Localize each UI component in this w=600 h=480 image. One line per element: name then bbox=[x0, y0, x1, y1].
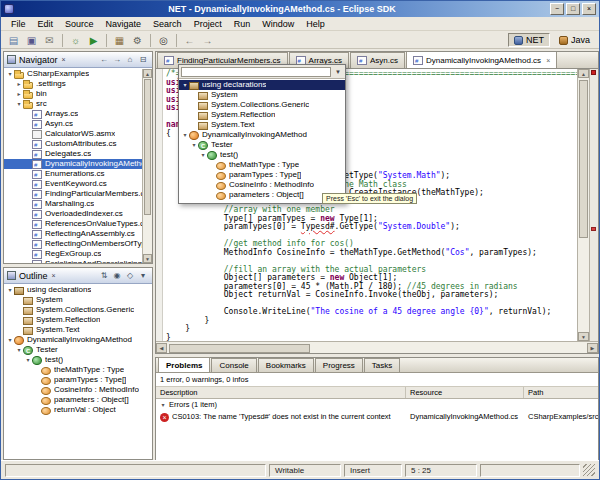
back-icon[interactable]: ← bbox=[181, 32, 198, 48]
sort-icon[interactable]: ⇅ bbox=[98, 271, 110, 280]
print-icon[interactable]: ✉ bbox=[41, 32, 58, 48]
tree-item[interactable]: parameters : Object[] bbox=[4, 395, 152, 405]
tree-item[interactable]: ▾Tester bbox=[179, 140, 345, 150]
search-icon[interactable]: ◎ bbox=[155, 32, 172, 48]
collapse-icon[interactable]: ▾ bbox=[199, 150, 207, 160]
tab-problems[interactable]: Problems bbox=[158, 357, 210, 372]
collapse-icon[interactable]: ▾ bbox=[6, 335, 14, 345]
collapse-icon[interactable]: ▾ bbox=[159, 399, 167, 411]
tree-item[interactable]: theMathType : Type bbox=[179, 160, 345, 170]
tree-item[interactable]: System bbox=[179, 90, 345, 100]
tree-item[interactable]: ▾Tester bbox=[4, 345, 152, 355]
forward-icon[interactable]: → bbox=[199, 32, 216, 48]
scroll-up-icon[interactable]: ▲ bbox=[578, 69, 589, 78]
menu-navigate[interactable]: Navigate bbox=[100, 19, 148, 29]
tree-item[interactable]: DynamicallyInvokingAMethod.cs bbox=[4, 159, 142, 169]
tree-item[interactable]: ▾test() bbox=[4, 355, 152, 365]
error-indicator-icon[interactable] bbox=[591, 70, 596, 75]
tree-item[interactable]: OverloadedIndexer.cs bbox=[4, 209, 142, 219]
perspective-java[interactable]: Java bbox=[553, 33, 596, 47]
quick-outline-filter-input[interactable] bbox=[181, 67, 331, 77]
forward-icon[interactable]: → bbox=[111, 55, 123, 64]
tree-item[interactable]: paramTypes : Type[] bbox=[179, 170, 345, 180]
scroll-thumb[interactable] bbox=[169, 344, 310, 353]
back-icon[interactable]: ← bbox=[98, 55, 110, 64]
scroll-thumb[interactable] bbox=[579, 80, 588, 238]
up-icon[interactable]: ⌂ bbox=[124, 55, 136, 64]
hide-fields-icon[interactable]: ◉ bbox=[111, 271, 123, 280]
collapse-icon[interactable]: ▾ bbox=[6, 285, 14, 295]
tab-bookmarks[interactable]: Bookmarks bbox=[258, 358, 314, 372]
view-menu-icon[interactable]: ▾ bbox=[137, 271, 149, 280]
tree-item[interactable]: ▾DynamicallyInvokingAMethod bbox=[179, 130, 345, 140]
tree-item[interactable]: ReferencesOnValueTypes.cs bbox=[4, 219, 142, 229]
tree-item[interactable]: parameters : Object[] bbox=[179, 190, 345, 200]
editor-hscrollbar[interactable]: ◀ ▶ bbox=[156, 341, 598, 353]
scroll-up-icon[interactable]: ▲ bbox=[143, 69, 152, 78]
maximize-button[interactable]: □ bbox=[566, 3, 580, 15]
close-view-icon[interactable]: × bbox=[62, 56, 66, 63]
expand-icon[interactable]: ▸ bbox=[15, 79, 23, 89]
scroll-left-icon[interactable]: ◀ bbox=[156, 343, 167, 353]
navigator-title-tab[interactable]: Navigator × bbox=[7, 55, 98, 65]
problem-row[interactable]: ×CS0103: The name 'Typesd#' does not exi… bbox=[156, 411, 598, 423]
save-icon[interactable]: ▣ bbox=[23, 32, 40, 48]
tree-item[interactable]: CosineInfo : MethodInfo bbox=[4, 385, 152, 395]
tree-item[interactable]: CustomAttributes.cs bbox=[4, 139, 142, 149]
column-header-description[interactable]: Description bbox=[156, 387, 406, 398]
tree-item[interactable]: FindingParticularMembers.cs bbox=[4, 189, 142, 199]
scroll-thumb[interactable] bbox=[144, 79, 151, 215]
tree-item[interactable]: CosineInfo : MethodInfo bbox=[179, 180, 345, 190]
editor-tab[interactable]: Asyn.cs bbox=[350, 52, 405, 68]
scroll-down-icon[interactable]: ▼ bbox=[143, 254, 152, 263]
tree-item[interactable]: ▸.settings bbox=[4, 79, 142, 89]
tree-item[interactable]: Delegates.cs bbox=[4, 149, 142, 159]
tree-item[interactable]: ▾src bbox=[4, 99, 142, 109]
menu-window[interactable]: Window bbox=[256, 19, 300, 29]
menu-project[interactable]: Project bbox=[188, 19, 228, 29]
tree-item[interactable]: ReflectingOnMembersOfType.cs bbox=[4, 239, 142, 249]
tree-item[interactable]: ▾DynamicallyInvokingAMethod bbox=[4, 335, 152, 345]
collapse-icon[interactable]: ▾ bbox=[181, 130, 189, 140]
problems-group-row[interactable]: ▾Errors (1 item) bbox=[156, 399, 598, 411]
minimize-button[interactable]: − bbox=[550, 3, 564, 15]
collapse-icon[interactable]: ▾ bbox=[6, 69, 14, 79]
collapse-icon[interactable]: ▾ bbox=[24, 355, 32, 365]
tree-item[interactable]: RegExGroup.cs bbox=[4, 249, 142, 259]
editor-vscrollbar[interactable]: ▲ ▼ bbox=[577, 69, 590, 341]
tree-item[interactable]: ▾using declarations bbox=[4, 285, 152, 295]
tree-item[interactable]: ▾test() bbox=[179, 150, 345, 160]
tree-item[interactable]: theMathType : Type bbox=[4, 365, 152, 375]
tree-item[interactable]: System.Text bbox=[4, 325, 152, 335]
column-header-resource[interactable]: Resource bbox=[406, 387, 524, 398]
collapse-icon[interactable]: ▾ bbox=[181, 80, 189, 90]
collapse-icon[interactable]: ▾ bbox=[15, 345, 23, 355]
tree-item[interactable]: System.Collections.Generic bbox=[179, 100, 345, 110]
tree-item[interactable]: System.Text bbox=[179, 120, 345, 130]
tree-item[interactable]: CalculatorWS.asmx bbox=[4, 129, 142, 139]
navigator-scrollbar[interactable]: ▲ ▼ bbox=[142, 69, 152, 263]
tab-tasks[interactable]: Tasks bbox=[364, 358, 400, 372]
menu-help[interactable]: Help bbox=[300, 19, 331, 29]
new-project-icon[interactable]: ▦ bbox=[111, 32, 128, 48]
tree-item[interactable]: ▸bin bbox=[4, 89, 142, 99]
tree-item[interactable]: ▾using declarations bbox=[179, 80, 345, 90]
editor-tab[interactable]: DynamicallyInvokingAMethod.cs× bbox=[406, 52, 557, 68]
tree-item[interactable]: System bbox=[4, 295, 152, 305]
resize-grip[interactable] bbox=[583, 464, 595, 476]
expand-icon[interactable]: ▸ bbox=[15, 89, 23, 99]
tab-console[interactable]: Console bbox=[211, 358, 256, 372]
tree-item[interactable]: System.Reflection bbox=[179, 110, 345, 120]
tree-item[interactable]: SerializingAndDeserializingAnObject.cs bbox=[4, 259, 142, 263]
tree-item[interactable]: Arrays.cs bbox=[4, 109, 142, 119]
collapse-icon[interactable]: ▾ bbox=[190, 140, 198, 150]
tree-item[interactable]: EventKeyword.cs bbox=[4, 179, 142, 189]
close-tab-icon[interactable]: × bbox=[546, 57, 550, 64]
outline-title-tab[interactable]: Outline × bbox=[7, 271, 98, 281]
menu-edit[interactable]: Edit bbox=[32, 19, 60, 29]
new-wizard-icon[interactable]: ▤ bbox=[5, 32, 22, 48]
tree-item[interactable]: Marshaling.cs bbox=[4, 199, 142, 209]
close-view-icon[interactable]: × bbox=[52, 272, 56, 279]
tree-item[interactable]: Asyn.cs bbox=[4, 119, 142, 129]
title-bar[interactable]: NET - DynamicallyInvokingAMethod.cs - Ec… bbox=[1, 1, 599, 17]
